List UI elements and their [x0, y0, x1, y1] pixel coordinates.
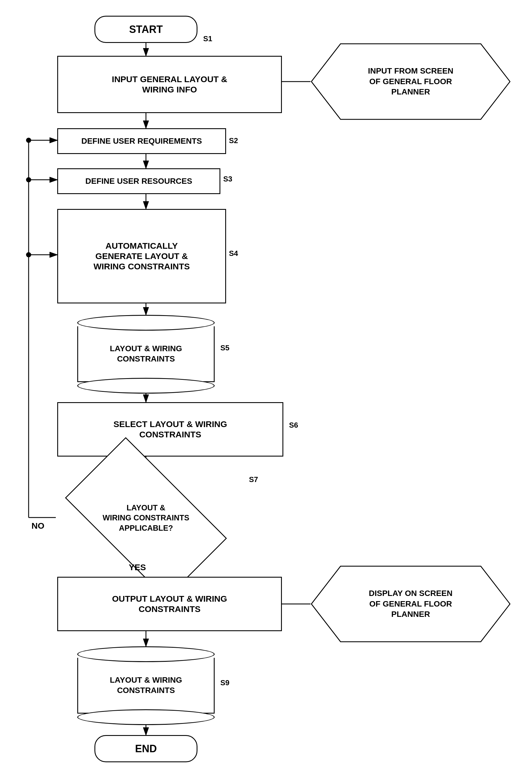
output-constraints-label: OUTPUT LAYOUT & WIRING CONSTRAINTS: [112, 594, 227, 614]
s2-label: S2: [229, 136, 238, 145]
s1-label: S1: [203, 34, 212, 43]
define-resources-shape: DEFINE USER RESOURCES: [57, 168, 220, 194]
display-on-screen-shape: DISPLAY ON SCREEN OF GENERAL FLOOR PLANN…: [311, 565, 511, 643]
flowchart: START S1 INPUT GENERAL LAYOUT & WIRING I…: [0, 0, 532, 778]
s4-label: S4: [229, 249, 238, 258]
dot-s2: [26, 138, 31, 143]
define-requirements-shape: DEFINE USER REQUIREMENTS: [57, 128, 226, 154]
db1-shape: LAYOUT & WIRING CONSTRAINTS: [77, 315, 214, 394]
s7-label: S7: [249, 475, 258, 484]
input-general-shape: INPUT GENERAL LAYOUT & WIRING INFO: [57, 56, 282, 113]
s9-label: S9: [220, 678, 230, 687]
s6-label: S6: [289, 421, 298, 430]
input-general-label: INPUT GENERAL LAYOUT & WIRING INFO: [112, 74, 227, 95]
input-from-screen-shape: INPUT FROM SCREEN OF GENERAL FLOOR PLANN…: [311, 43, 511, 120]
define-requirements-label: DEFINE USER REQUIREMENTS: [81, 136, 202, 146]
display-on-screen-label: DISPLAY ON SCREEN OF GENERAL FLOOR PLANN…: [369, 588, 453, 619]
yes-label: YES: [129, 562, 146, 572]
s3-label: S3: [223, 175, 233, 183]
auto-generate-shape: AUTOMATICALLY GENERATE LAYOUT & WIRING C…: [57, 209, 226, 303]
end-label: END: [135, 743, 157, 755]
start-shape: START: [94, 16, 197, 43]
select-constraints-label: SELECT LAYOUT & WIRING CONSTRAINTS: [113, 419, 227, 440]
auto-generate-label: AUTOMATICALLY GENERATE LAYOUT & WIRING C…: [94, 241, 190, 271]
db1-label: LAYOUT & WIRING CONSTRAINTS: [110, 343, 182, 364]
db2-label: LAYOUT & WIRING CONSTRAINTS: [110, 675, 182, 696]
define-resources-label: DEFINE USER RESOURCES: [85, 176, 192, 186]
db2-shape: LAYOUT & WIRING CONSTRAINTS: [77, 646, 214, 725]
no-label: NO: [31, 521, 45, 531]
diamond-label: LAYOUT & WIRING CONSTRAINTS APPLICABLE?: [103, 503, 189, 533]
select-constraints-shape: SELECT LAYOUT & WIRING CONSTRAINTS: [57, 402, 283, 457]
start-label: START: [129, 23, 163, 35]
diamond-wrapper: LAYOUT & WIRING CONSTRAINTS APPLICABLE?: [56, 475, 236, 561]
dot-s4: [26, 252, 31, 257]
output-constraints-shape: OUTPUT LAYOUT & WIRING CONSTRAINTS: [57, 577, 282, 631]
s5-label: S5: [220, 343, 230, 353]
input-from-screen-label: INPUT FROM SCREEN OF GENERAL FLOOR PLANN…: [368, 66, 454, 97]
end-shape: END: [94, 735, 197, 762]
dot-s3: [26, 177, 31, 182]
